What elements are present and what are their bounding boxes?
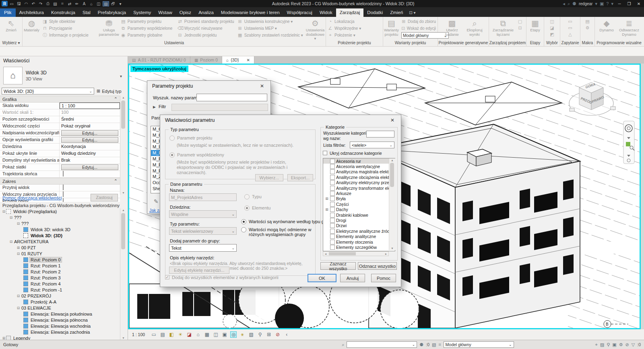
signed-in-user[interactable]: redgear (579, 2, 592, 6)
coordinates-button[interactable]: ∠Współrzędne ▾ (328, 25, 381, 31)
discipline-select[interactable]: Wspólne⌄ (169, 210, 237, 218)
add-to-all-checkbox[interactable]: ✓Dodaj do wszystkich elementów z wybrany… (165, 275, 279, 280)
save-selection-icon[interactable]: ◫ (549, 19, 556, 24)
visual-style-icon[interactable]: ▤ (159, 332, 166, 337)
sun-path-checkbox[interactable] (63, 171, 64, 177)
dialog1-title-bar[interactable]: Parametry projektu✕ (147, 81, 270, 91)
warnings-icon[interactable]: △ (567, 32, 574, 37)
reveal-constraints-icon[interactable]: ⊞ (266, 332, 272, 337)
edit-parameter-pencil-icon[interactable]: ✎ (154, 198, 159, 205)
values-vary-radio[interactable]: Wartości mogą być odmienne w różnych wys… (241, 227, 314, 237)
qat-customize-icon[interactable]: ▾ (117, 2, 124, 6)
edit-display-options-button[interactable]: Edytuj... (61, 137, 118, 143)
collapse-box-icon[interactable]: ⊟ (9, 216, 13, 220)
drag-on-selection-icon[interactable]: ⚙ (619, 342, 623, 347)
category-search-input[interactable] (366, 131, 394, 138)
project-parameter-radio[interactable]: Parametr projektu (169, 135, 212, 141)
search-icon[interactable]: ⌕ (568, 1, 570, 6)
tree-item-architektura[interactable]: ⊟ARCHITEKTURA (0, 238, 120, 244)
view-tab-rzut-poziomu-0[interactable]: ▤A.01 - RZUT POZIOMU 0 (128, 56, 190, 64)
select-links-toggle-icon[interactable]: ⌖ (595, 342, 598, 347)
tree-item-group2[interactable]: ⊟??? (0, 220, 120, 226)
category-checkbox[interactable] (330, 159, 335, 164)
panel-schedule-templates-button[interactable]: ▦Szablony zestawień rozdzielnic ▾ (237, 32, 303, 38)
user-icon[interactable]: ⚉ (572, 1, 576, 6)
prop-row-skala[interactable]: Skala widoku1 : 100 (0, 103, 120, 109)
category-checkbox[interactable] (330, 234, 335, 239)
prop-row-poziom[interactable]: Poziom szczegółowościŚredni (0, 116, 120, 123)
category-checkbox[interactable] (330, 240, 335, 244)
close-button[interactable]: ✕ (635, 2, 642, 6)
tree-item-group1[interactable]: ⊟??? (0, 214, 120, 220)
expand-box-icon[interactable]: ⊞ (16, 246, 21, 250)
save-icon[interactable]: 🖫 (16, 2, 22, 6)
category-row[interactable]: Arkusze (323, 191, 395, 196)
file-tabs-icon[interactable]: ▭ (8, 2, 15, 6)
macro-security-icon[interactable]: ⚙ (584, 25, 591, 31)
category-row[interactable]: Drabinki kablowe (323, 212, 395, 218)
purge-unused-button[interactable]: ⌫Wyczyść nieużywane (178, 25, 234, 31)
tab-konstrukcja[interactable]: Konstrukcja (47, 8, 79, 17)
panel-caption-wybierz[interactable]: Wybierz ▾ (0, 41, 22, 46)
vcb-collapse-icon[interactable]: ‹ (283, 332, 290, 337)
tree-item-00-pzt[interactable]: ⊞00 PZT (0, 244, 120, 250)
sync-icon[interactable]: ◠ (23, 2, 29, 6)
category-row[interactable]: Analityczny elektryczny przełączn (323, 180, 395, 185)
category-row[interactable]: Akcesoria rur (323, 158, 395, 164)
aligned-dimension-icon[interactable]: ⇄ (66, 2, 73, 6)
tab-analiza[interactable]: Analiza (195, 8, 217, 17)
tree-item-02-przekroj[interactable]: ⊟02 PRZEKRÓJ (0, 293, 120, 299)
category-row[interactable]: Elementy analityczne (323, 234, 395, 239)
revit-logo-icon[interactable]: R (2, 1, 8, 6)
transfer-standards-button[interactable]: ⇄Przenieś standardy projektu (178, 18, 234, 24)
worksets-select[interactable]: ⌄ (347, 341, 417, 348)
properties-scrollbar[interactable]: ▲▼ (120, 96, 126, 195)
category-row[interactable]: Elementy otoczenia (323, 239, 395, 244)
sun-path-icon[interactable]: ◧ (168, 332, 175, 337)
category-checkbox[interactable] (330, 218, 335, 223)
collapse-box-icon[interactable]: ⊟ (2, 209, 6, 214)
mep-settings-button[interactable]: ⊞Ustawienia MEP ▾ (237, 25, 303, 31)
lock-view-icon[interactable]: ◫ (213, 332, 219, 337)
help-icon[interactable]: ? (606, 1, 609, 6)
phases-button[interactable]: ▦ Etapy (527, 18, 543, 33)
category-row[interactable]: Drzwi (323, 223, 395, 228)
filter-expander-icon[interactable]: ▶ (153, 105, 156, 109)
macro-manager-icon[interactable]: ▤ (584, 19, 591, 24)
prop-row-opcje[interactable]: Opcje wyświetlania grafikiEdytuj... (0, 137, 120, 144)
project-parameters-button[interactable]: ▤Parametry projektu (121, 18, 174, 24)
tree-item-elewacja-polnocna[interactable]: Elewacja: Elewacja północna (0, 317, 120, 323)
annotation-crop-checkbox[interactable] (63, 198, 64, 202)
show-crop-icon[interactable]: ▦ (204, 332, 210, 337)
tab-zarzadzaj[interactable]: Zarządzaj (336, 8, 364, 17)
prop-row-dziedzina[interactable]: DziedzinaKoordynacja (0, 144, 120, 150)
tab-wstaw[interactable]: Wstaw (155, 8, 176, 17)
collapse-icon[interactable]: ⌃ (114, 179, 118, 184)
tab-opisz[interactable]: Opisz (176, 8, 195, 17)
tree-item-rzut-poziom-1[interactable]: Rzut: Poziom -1 (0, 287, 120, 293)
tree-item-rzut-poziom1[interactable]: Rzut: Poziom 1 (0, 263, 120, 269)
view-tab-poziom-0[interactable]: ▦Poziom 0 (190, 56, 222, 64)
undo-icon[interactable]: ↶ (30, 2, 37, 6)
collapse-icon[interactable]: ⌃ (114, 96, 118, 102)
help-button[interactable]: Pomoc (371, 274, 396, 282)
dynamo-player-button[interactable]: ≣ Odtwarzacz Dynamo (617, 18, 642, 37)
minimize-button[interactable]: ─ (616, 2, 623, 6)
prop-row-ukryte-linie[interactable]: Pokaż ukryte linieWedług dziedziny (0, 150, 120, 157)
prop-row-styl[interactable]: Domyślny styl wyświetlania a...Brak (0, 157, 120, 164)
parameter-type-select[interactable]: Tekst wielowierszowy⌄ (169, 227, 237, 235)
modify-button[interactable]: ⇖ Zmień (1, 18, 22, 33)
type-preview[interactable]: ⌂ (3, 67, 23, 84)
worksharing-display-icon[interactable]: ▧ (248, 332, 254, 337)
export-shared-button[interactable]: Eksport... (287, 174, 313, 181)
prop-row-widocznosc[interactable]: Widoczność częściPokaż oryginał (0, 123, 120, 130)
tab-wspolpracuj[interactable]: Współpracuj (283, 8, 316, 17)
tree-item-widoki[interactable]: ⊟Widoki (Przeglądarka) (0, 208, 120, 214)
view-type-select[interactable]: Widok 3D: {3D}⌄ (2, 88, 94, 94)
select-by-id-icon[interactable]: ▭ (567, 25, 574, 31)
tree-item-widok3d-active[interactable]: Widok 3D: {3D} (0, 232, 120, 238)
tag-icon[interactable]: ✏ (74, 2, 80, 6)
category-row[interactable]: Analityczna magistrala elektryc... (323, 169, 395, 174)
tab-modelowanie[interactable]: Modelowanie bryłowe i teren (217, 8, 283, 17)
category-row[interactable]: Akcesoria wentylacyjne (323, 164, 395, 169)
